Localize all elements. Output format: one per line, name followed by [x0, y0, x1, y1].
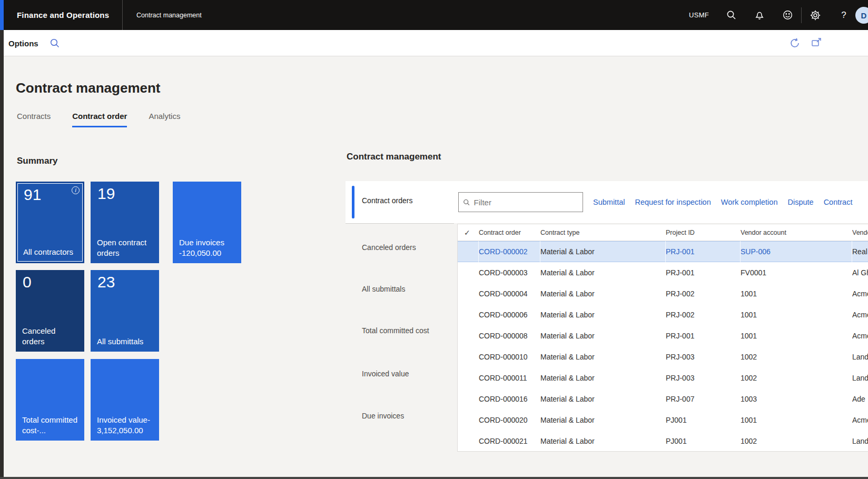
- project-id-cell[interactable]: PRJ-003: [666, 353, 741, 361]
- project-id-cell[interactable]: PRJ-007: [666, 395, 741, 403]
- tile-label: All contractors: [23, 247, 79, 258]
- table-row[interactable]: CORD-000006Material & LaborPRJ-0021001Ac…: [458, 304, 868, 325]
- tile-label: Canceled orders: [22, 326, 80, 347]
- project-id-cell[interactable]: PJ001: [666, 416, 741, 424]
- feedback-smiley-icon[interactable]: [780, 0, 795, 30]
- vendor-account-cell[interactable]: 1001: [741, 332, 852, 340]
- search-icon[interactable]: [724, 0, 738, 30]
- contract-type-cell: Material & Labor: [540, 290, 666, 298]
- info-icon[interactable]: i: [72, 186, 80, 194]
- table-row[interactable]: CORD-000011Material & LaborPRJ-0031002La…: [458, 367, 868, 388]
- contract-order-cell[interactable]: CORD-000004: [479, 290, 540, 298]
- filter-field[interactable]: [458, 192, 583, 212]
- contract-order-cell[interactable]: CORD-000008: [479, 332, 540, 340]
- vendor-account-cell[interactable]: 1002: [741, 437, 852, 445]
- column-header-project-id[interactable]: Project ID: [666, 229, 741, 236]
- help-icon[interactable]: ?: [836, 0, 851, 30]
- project-id-cell[interactable]: PRJ-002: [666, 290, 741, 298]
- summary-tile-1[interactable]: 91iAll contractors: [16, 182, 84, 263]
- accent-notch: [0, 0, 4, 30]
- summary-tile-3[interactable]: Due invoices -120,050.00: [173, 182, 241, 263]
- action-pane-search-icon[interactable]: [50, 38, 60, 51]
- vendor-account-cell[interactable]: 1001: [741, 290, 852, 298]
- contract-type-cell: Material & Labor: [540, 332, 666, 340]
- project-id-cell[interactable]: PRJ-001: [666, 241, 741, 262]
- sidebar-item-due-invoices[interactable]: Due invoices: [362, 412, 404, 420]
- table-row[interactable]: CORD-000010Material & LaborPRJ-0031002La…: [458, 346, 868, 367]
- vendor-name-cell: Land: [852, 353, 868, 361]
- sidebar-item-total-committed-cost[interactable]: Total committed cost: [362, 326, 429, 335]
- summary-tile-2[interactable]: 19Open contract orders: [91, 182, 159, 263]
- contract-order-cell[interactable]: CORD-000002: [479, 241, 540, 262]
- sidebar-item-invoiced-value[interactable]: Invoiced value: [362, 370, 409, 378]
- summary-heading: Summary: [17, 156, 57, 166]
- table-row[interactable]: CORD-000021Material & LaborPJ0011002Land: [458, 431, 868, 452]
- project-id-cell[interactable]: PRJ-002: [666, 311, 741, 319]
- table-row[interactable]: CORD-000016Material & LaborPRJ-0071003Ad…: [458, 388, 868, 410]
- topbar-icon-divider: [801, 7, 802, 23]
- vendor-account-cell[interactable]: FV0001: [741, 268, 852, 277]
- vendor-account-cell[interactable]: 1001: [741, 311, 852, 319]
- contract-type-cell: Material & Labor: [540, 395, 666, 403]
- table-row[interactable]: CORD-000002Material & LaborPRJ-001SUP-00…: [458, 241, 868, 262]
- project-id-cell[interactable]: PRJ-001: [666, 268, 741, 277]
- topbar-divider: [122, 0, 123, 30]
- user-avatar[interactable]: D: [855, 7, 868, 24]
- contract-order-cell[interactable]: CORD-000006: [479, 311, 540, 319]
- action-link-contract[interactable]: Contract: [824, 198, 853, 206]
- summary-tile-7[interactable]: Invoiced value-3,152,050.00: [91, 359, 159, 441]
- project-id-cell[interactable]: PRJ-001: [666, 332, 741, 340]
- vendor-account-cell[interactable]: 1002: [741, 374, 852, 382]
- vendor-name-cell: Acme: [852, 311, 868, 319]
- open-in-new-window-icon[interactable]: [811, 37, 822, 50]
- project-id-cell[interactable]: PRJ-003: [666, 374, 741, 382]
- vendor-account-cell[interactable]: 1003: [741, 395, 852, 403]
- table-row[interactable]: CORD-000004Material & LaborPRJ-0021001Ac…: [458, 283, 868, 304]
- select-all-check-icon[interactable]: ✓: [464, 228, 479, 237]
- project-id-cell[interactable]: PJ001: [666, 437, 741, 445]
- summary-tile-5[interactable]: 23All submittals: [91, 270, 159, 352]
- action-link-dispute[interactable]: Dispute: [787, 198, 813, 206]
- action-link-submittal[interactable]: Submittal: [593, 198, 625, 206]
- summary-tile-4[interactable]: 0Canceled orders: [16, 270, 84, 352]
- vendor-name-cell: Ade: [852, 395, 868, 403]
- sidebar-item-all-submittals[interactable]: All submittals: [362, 285, 405, 293]
- options-menu-button[interactable]: Options: [8, 30, 38, 56]
- column-header-vendor-name[interactable]: Vendor name: [852, 229, 868, 236]
- action-link-work-completion[interactable]: Work completion: [721, 198, 778, 206]
- contract-order-cell[interactable]: CORD-000003: [479, 268, 540, 277]
- contract-order-cell[interactable]: CORD-000010: [479, 353, 540, 361]
- vendor-account-cell[interactable]: 1002: [741, 353, 852, 361]
- company-picker[interactable]: USMF: [689, 0, 709, 30]
- app-title[interactable]: Finance and Operations: [17, 0, 109, 30]
- table-row[interactable]: CORD-000003Material & LaborPRJ-001FV0001…: [458, 262, 868, 283]
- contract-order-cell[interactable]: CORD-000011: [479, 374, 540, 382]
- vendor-account-cell[interactable]: SUP-006: [741, 241, 852, 262]
- sidebar-item-contract-orders[interactable]: Contract orders: [362, 196, 412, 205]
- sidebar-item-canceled-orders[interactable]: Canceled orders: [362, 243, 416, 252]
- filter-input[interactable]: [474, 198, 578, 207]
- vendor-account-cell[interactable]: 1001: [741, 416, 852, 424]
- column-header-vendor-account[interactable]: Vendor account: [741, 229, 852, 236]
- refresh-icon[interactable]: [789, 37, 801, 51]
- tab-contracts[interactable]: Contracts: [17, 112, 51, 127]
- action-link-request-for-inspection[interactable]: Request for inspection: [635, 198, 711, 206]
- contract-order-cell[interactable]: CORD-000021: [479, 437, 540, 445]
- workspace-tabs: ContractsContract orderAnalytics: [17, 112, 180, 127]
- column-header-contract-order[interactable]: Contract order: [479, 229, 540, 236]
- vendor-name-cell: Al Gh: [852, 268, 868, 277]
- table-row[interactable]: CORD-000020Material & LaborPJ0011001Acme: [458, 410, 868, 431]
- notifications-bell-icon[interactable]: [752, 0, 767, 30]
- tab-analytics[interactable]: Analytics: [149, 112, 180, 127]
- vendor-name-cell: Land: [852, 437, 868, 445]
- summary-tile-6[interactable]: Total committed cost-...: [16, 359, 84, 441]
- column-header-contract-type[interactable]: Contract type: [540, 229, 666, 236]
- contract-order-cell[interactable]: CORD-000016: [479, 395, 540, 403]
- contract-order-cell[interactable]: CORD-000020: [479, 416, 540, 424]
- settings-gear-icon[interactable]: [808, 0, 823, 30]
- tab-contract-order[interactable]: Contract order: [72, 112, 127, 127]
- window-bottom-edge: [0, 477, 868, 479]
- row-select-cell[interactable]: [464, 241, 479, 262]
- tile-value: 91: [24, 186, 41, 204]
- table-row[interactable]: CORD-000008Material & LaborPRJ-0011001Ac…: [458, 325, 868, 346]
